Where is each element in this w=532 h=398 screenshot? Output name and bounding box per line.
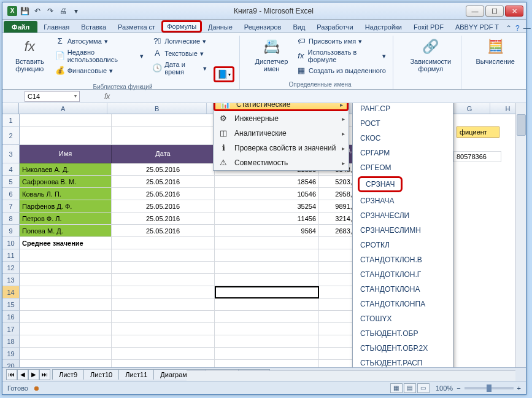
insert-function-button[interactable]: fx Вставить функцию [11, 36, 48, 82]
func-item-срзначесли[interactable]: СРЗНАЧЕСЛИ [353, 208, 453, 223]
more-functions-button[interactable]: 📘▾ [214, 66, 234, 82]
cell[interactable] [20, 360, 112, 367]
formula-bar[interactable] [110, 91, 526, 102]
cell[interactable] [20, 127, 112, 145]
name-box[interactable]: C14▾ [25, 91, 80, 102]
row-header-2[interactable]: 2 [2, 127, 20, 145]
func-item-ранг.ср[interactable]: РАНГ.СР [353, 103, 453, 116]
func-item-рост[interactable]: РОСТ [353, 116, 453, 131]
view-page-layout-button[interactable]: ▤ [404, 383, 416, 393]
name-cell[interactable]: Попова М. Д. [20, 225, 112, 237]
cell[interactable] [215, 237, 319, 249]
autosum-button[interactable]: ΣАвтосумма ▾ [53, 36, 146, 47]
cell[interactable] [112, 262, 215, 274]
create-from-selection-button[interactable]: ▦Создать из выделенного [295, 65, 388, 76]
cell[interactable] [112, 114, 215, 127]
table-header[interactable]: Имя [20, 145, 112, 163]
zoom-slider[interactable] [465, 387, 514, 389]
cell[interactable] [215, 323, 319, 335]
col-header-g[interactable]: G [449, 103, 490, 114]
name-manager-button[interactable]: 📇 Диспетчер имен [252, 36, 291, 76]
func-item-стьюдент.обр[interactable]: СТЬЮДЕНТ.ОБР [353, 326, 453, 341]
sum-cell[interactable]: 35254 [215, 200, 319, 213]
vertical-scrollbar[interactable] [515, 103, 526, 367]
tab-view[interactable]: Вид [287, 21, 310, 33]
sheet-tab-лист10[interactable]: Лист10 [83, 369, 119, 380]
row-header-5[interactable]: 5 [2, 176, 20, 188]
date-cell[interactable]: 25.05.2016 [112, 225, 215, 237]
row-header-7[interactable]: 7 [2, 200, 20, 213]
func-item-стандотклон.в[interactable]: СТАНДОТКЛОН.В [353, 252, 453, 267]
row-header-4[interactable]: 4 [2, 163, 20, 176]
name-cell[interactable]: Николаев А. Д. [20, 163, 112, 176]
tab-file[interactable]: Файл [4, 21, 37, 33]
menu-item-statistical[interactable]: 📊Статистические▸ [214, 103, 349, 111]
qat-btn[interactable]: 🖨 [58, 6, 69, 17]
cell[interactable] [112, 323, 215, 335]
func-item-стандотклона[interactable]: СТАНДОТКЛОНА [353, 282, 453, 297]
row-header-16[interactable]: 16 [2, 311, 20, 323]
cell[interactable] [20, 249, 112, 262]
cell[interactable] [215, 298, 319, 311]
maximize-button[interactable]: ☐ [485, 6, 504, 17]
horizontal-scrollbar[interactable] [187, 370, 515, 381]
name-cell[interactable]: Сафронова В. М. [20, 176, 112, 188]
worksheet-grid[interactable]: A B C D G H 1234567891011121314151617181… [2, 103, 526, 367]
cell[interactable] [112, 360, 215, 367]
func-item-стандотклонпа[interactable]: СТАНДОТКЛОНПА [353, 297, 453, 311]
func-item-скос[interactable]: СКОС [353, 131, 453, 146]
sheet-nav-first[interactable]: ⏮ [6, 369, 17, 380]
fx-label-icon[interactable]: fx [104, 92, 110, 101]
row-header-12[interactable]: 12 [2, 262, 20, 274]
cell[interactable] [215, 360, 319, 367]
table-header[interactable]: Дата [112, 145, 215, 163]
minimize-button[interactable]: — [466, 6, 484, 17]
tab-home[interactable]: Главная [38, 21, 75, 33]
redo-icon[interactable]: ↷ [45, 6, 56, 17]
use-in-formula-button[interactable]: fxИспользовать в формуле ▾ [295, 48, 388, 64]
tab-review[interactable]: Рецензиров [239, 21, 287, 33]
func-item-срзнач[interactable]: СРЗНАЧ [358, 176, 403, 192]
view-page-break-button[interactable]: ▭ [417, 383, 430, 393]
tab-foxit[interactable]: Foxit PDF [408, 21, 449, 33]
row-header-1[interactable]: 1 [2, 114, 20, 127]
cell[interactable] [215, 262, 319, 274]
name-cell[interactable]: Коваль Л. П. [20, 188, 112, 200]
cell[interactable] [112, 335, 215, 348]
row-header-10[interactable]: 10 [2, 237, 20, 249]
date-cell[interactable]: 25.05.2016 [112, 188, 215, 200]
menu-item-information[interactable]: ℹПроверка свойств и значений▸ [214, 141, 349, 155]
sheet-nav-next[interactable]: ▶ [28, 369, 39, 380]
zoom-level[interactable]: 100% [436, 384, 453, 392]
macro-record-icon[interactable]: ⏺ [33, 384, 40, 392]
row-header-9[interactable]: 9 [2, 225, 20, 237]
date-cell[interactable]: 25.05.2016 [112, 163, 215, 176]
row-header-20[interactable]: 20 [2, 360, 20, 367]
view-normal-button[interactable]: ▦ [390, 383, 403, 393]
cell[interactable] [20, 274, 112, 286]
cell[interactable] [215, 249, 319, 262]
tab-abbyy[interactable]: ABBYY PDF T [450, 21, 504, 33]
row-header-17[interactable]: 17 [2, 323, 20, 335]
row-header-15[interactable]: 15 [2, 298, 20, 311]
cell[interactable] [112, 249, 215, 262]
row-header-18[interactable]: 18 [2, 335, 20, 348]
tab-formulas[interactable]: Формулы [161, 20, 202, 33]
row-header-14[interactable]: 14 [2, 286, 20, 298]
menu-item-compatibility[interactable]: ⚠Совместимость▸ [214, 155, 349, 170]
close-button[interactable]: ✕ [505, 6, 523, 17]
func-item-срзначеслимн[interactable]: СРЗНАЧЕСЛИМН [353, 223, 453, 238]
menu-item-engineering[interactable]: ⚙Инженерные▸ [214, 111, 349, 126]
assign-name-button[interactable]: 🏷Присвоить имя ▾ [295, 36, 388, 47]
cell[interactable] [20, 323, 112, 335]
row-header-3[interactable]: 3 [2, 145, 20, 163]
undo-icon[interactable]: ↶ [32, 6, 43, 17]
row-header-13[interactable]: 13 [2, 274, 20, 286]
col-header-a[interactable]: A [19, 103, 107, 114]
cell[interactable] [20, 348, 112, 360]
zoom-in-button[interactable]: + [517, 384, 521, 392]
cell[interactable] [112, 274, 215, 286]
qat-dropdown-icon[interactable]: ▾ [71, 6, 82, 17]
zoom-out-button[interactable]: − [457, 384, 460, 392]
row-header-8[interactable]: 8 [2, 213, 20, 225]
